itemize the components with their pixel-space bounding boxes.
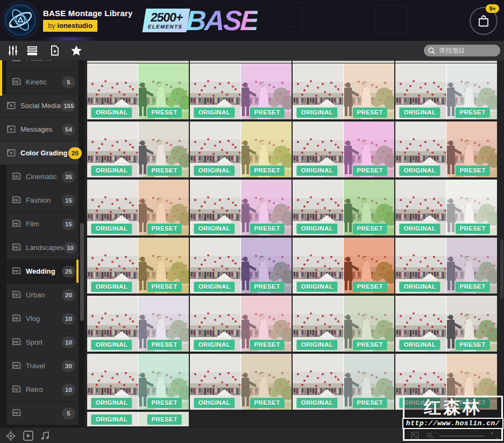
original-label: ORIGINAL [400, 224, 440, 234]
sidebar-item-kinetic[interactable]: PRKinetic5 [6, 70, 79, 94]
original-label: ORIGINAL [91, 108, 132, 118]
preset-tile[interactable]: ORIGINALPRESET [87, 296, 189, 352]
preset-tile[interactable]: ORIGINALPRESET [395, 238, 497, 294]
preset-tile[interactable]: ORIGINALPRESET [87, 354, 189, 410]
sidebar-item-patterns[interactable]: PRPatterns [6, 60, 79, 70]
sidebar-item-social-media[interactable]: Social Media155 [0, 94, 79, 118]
pr-file-icon: PR [12, 60, 22, 63]
sidebar-item-messages[interactable]: Messages54 [0, 118, 79, 141]
sidebar-item-vlog[interactable]: PRVlog10 [6, 307, 79, 331]
sidebar-item-film[interactable]: PRFilm15 [6, 212, 79, 236]
sidebar-item-label: Travel [26, 362, 45, 370]
original-label: ORIGINAL [400, 282, 440, 292]
preset-label: PRESET [250, 282, 284, 292]
sidebar-item-travel[interactable]: PRTravel30 [6, 354, 79, 378]
original-label: ORIGINAL [297, 224, 337, 234]
sidebar-item-label: Sport [26, 338, 42, 346]
preset-tile[interactable]: ORIGINALPRESET [293, 63, 394, 119]
preset-label: PRESET [455, 108, 489, 118]
base-montage-library-window: BASE Montage Library by ionestudio 2500+… [0, 0, 504, 443]
pr-file-icon: PR [12, 361, 22, 371]
header-decoration [375, 5, 408, 33]
svg-text:PR: PR [13, 293, 18, 297]
sidebar-item-label: Cinematic [26, 173, 57, 181]
project-file-icon[interactable] [48, 44, 61, 57]
elements-count-badge: 2500+ ELEMENTS [143, 9, 190, 32]
sidebar-item-wedding[interactable]: PRWedding25 [6, 260, 79, 283]
filter-sliders-icon[interactable] [6, 44, 19, 57]
sidebar-item-fashion[interactable]: PRFashion15 [6, 189, 79, 212]
original-label: ORIGINAL [91, 415, 132, 425]
brand-wordmark: BASE [186, 6, 258, 34]
pr-file-icon: PR [12, 290, 22, 300]
preset-tile[interactable]: ORIGINALPRESET [395, 180, 497, 235]
music-note-icon[interactable] [40, 431, 51, 441]
item-count-badge: 10 [62, 384, 75, 396]
pr-file-icon: PR [12, 385, 22, 395]
svg-text:PR: PR [13, 317, 18, 320]
preset-label: PRESET [455, 224, 489, 234]
preset-tile[interactable]: ORIGINALPRESET [87, 238, 189, 294]
preset-label: PRESET [147, 108, 181, 118]
item-count-badge: 30 [62, 360, 75, 372]
sidebar-item-cinematic[interactable]: PRCinematic35 [6, 165, 79, 189]
preset-tile[interactable]: ORIGINALPRESET [87, 180, 189, 235]
sidebar-item-clipped[interactable]: PR5 [6, 402, 79, 425]
preset-label: PRESET [352, 224, 387, 234]
preset-tile[interactable]: ORIGINALPRESET [293, 180, 394, 235]
motion-pad-icon[interactable] [5, 431, 16, 441]
preset-tile[interactable]: ORIGINALPRESET [190, 122, 292, 177]
preset-label: PRESET [147, 282, 181, 292]
item-count-badge: 15 [62, 218, 75, 230]
cart-button[interactable]: 9+ [470, 7, 498, 35]
preset-label: PRESET [455, 340, 489, 350]
preset-tile[interactable]: ORIGINALPRESET [293, 238, 394, 294]
preset-label: PRESET [147, 398, 181, 408]
sidebar-item-sport[interactable]: PRSport10 [6, 331, 79, 354]
search-input[interactable] [438, 46, 496, 55]
list-view-icon[interactable] [26, 44, 39, 57]
favorites-star-icon[interactable] [70, 44, 83, 57]
sidebar-list: PRPatterns PRKinetic5 Social Media155 Me… [0, 60, 84, 425]
preset-tile[interactable]: ORIGINALPRESET [87, 122, 189, 177]
sidebar-item-urban[interactable]: PRUrban20 [6, 283, 79, 307]
preset-tile[interactable]: ORIGINALPRESET [293, 354, 394, 410]
preset-tile[interactable]: ORIGINALPRESET [395, 63, 497, 119]
preset-tile[interactable]: ORIGINALPRESET [293, 296, 394, 352]
elements-label: ELEMENTS [147, 24, 183, 30]
sidebar-item-landscapes[interactable]: PRLandscapes10 [6, 236, 79, 260]
search-icon [428, 47, 435, 54]
folder-icon [6, 148, 16, 158]
byline-badge: by ionestudio [43, 20, 97, 32]
sidebar-item-label: Fashion [26, 196, 51, 204]
preset-label: PRESET [352, 108, 387, 118]
sidebar-item-retro[interactable]: PRRetro10 [6, 378, 79, 402]
preset-tile[interactable]: ORIGINALPRESET [190, 296, 292, 352]
preset-label: PRESET [147, 415, 181, 425]
preset-tile[interactable]: ORIGINALPRESET [190, 238, 292, 294]
preset-tile[interactable]: ORIGINALPRESET [395, 296, 497, 352]
preset-tile[interactable]: ORIGINALPRESET [87, 63, 189, 119]
sidebar-item-color-grading[interactable]: Color Grading20 [0, 141, 79, 165]
preset-tile[interactable]: ORIGINALPRESET [190, 63, 292, 119]
sidebar-scrollbar-thumb[interactable] [80, 223, 84, 321]
header-decoration [280, 8, 302, 32]
main-scrollbar-thumb[interactable] [500, 239, 503, 298]
watermark-url: http://www.hoslin.cn/ [402, 418, 503, 429]
pr-file-icon: PR [12, 172, 22, 182]
preset-tile-partial[interactable]: ORIGINALPRESET [87, 412, 189, 426]
item-count-badge: 10 [62, 313, 75, 325]
play-square-icon[interactable] [23, 431, 33, 441]
original-label: ORIGINAL [400, 340, 440, 350]
toolbar [0, 41, 504, 61]
svg-text:PR: PR [13, 222, 18, 226]
preset-tile[interactable]: ORIGINALPRESET [190, 180, 292, 235]
preset-label: PRESET [250, 166, 284, 176]
original-label: ORIGINAL [297, 340, 337, 350]
pr-file-icon: PR [12, 314, 22, 324]
expanded-group-indicator [0, 60, 2, 96]
preset-tile[interactable]: ORIGINALPRESET [190, 354, 292, 410]
preset-tile[interactable]: ORIGINALPRESET [293, 122, 394, 177]
item-count-badge: 15 [62, 195, 75, 206]
preset-tile[interactable]: ORIGINALPRESET [395, 122, 497, 177]
